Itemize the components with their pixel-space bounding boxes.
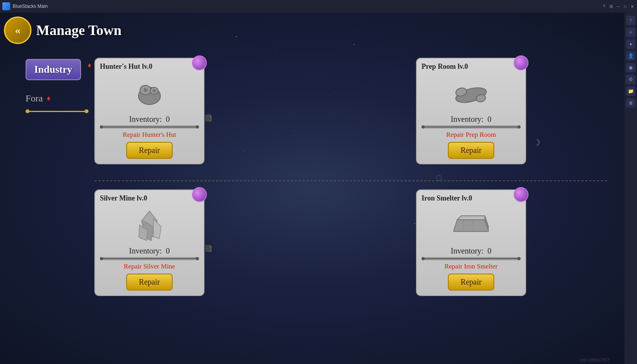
iron-smelter-inventory: Inventory: 0 (417, 246, 525, 256)
svg-point-4 (153, 89, 156, 92)
prep-room-header: Prep Room lv.0 (417, 59, 525, 73)
section-divider (94, 180, 607, 181)
iron-smelter-title: Iron Smelter lv.0 (422, 194, 472, 202)
menu-btn[interactable]: ☰ (608, 3, 614, 9)
hunters-hut-repair-button[interactable]: Repair (126, 142, 172, 159)
dot-decoration: • (414, 221, 415, 227)
window-controls: ? ☰ ─ □ ✕ (601, 3, 635, 9)
fora-slider[interactable] (26, 109, 88, 114)
hunters-hut-repair-text: Repair Hunter's Hut (95, 131, 204, 139)
hunters-hut-inventory: Inventory: 0 (95, 115, 204, 124)
svg-marker-12 (453, 220, 489, 232)
hunters-hut-image (132, 76, 167, 112)
silver-mine-repair-text: Repair Silver Mine (95, 263, 204, 270)
game-area: « Manage Town Industry ♦ Fora ♦ Hunter's… (0, 13, 624, 364)
slider-right-dot (85, 109, 88, 113)
prep-room-repair-text: Repair Prep Room (417, 131, 525, 139)
silver-mine-gem (192, 187, 207, 202)
silver-mine-header: Silver Mine lv.0 (95, 190, 204, 205)
hunters-hut-gem (192, 55, 207, 70)
sidebar-icon-5[interactable]: ◉ (626, 63, 635, 72)
close-btn[interactable]: ✕ (629, 3, 635, 9)
bottom-arrow-connector: ❯❯❯❯❯❯❯❯❯❯❯❯❯❯❯❯❯❯❯❯❯❯❯❯❯❯❯ (205, 245, 208, 252)
hunters-hut-slider[interactable] (100, 125, 199, 129)
back-arrows-icon: « (15, 24, 20, 37)
prep-room-inventory: Inventory: 0 (417, 115, 525, 124)
sidebar-icon-3[interactable]: ♦ (626, 39, 635, 49)
fora-label: Fora (26, 93, 43, 104)
iron-smelter-header: Iron Smelter lv.0 (417, 190, 525, 205)
right-sidebar: ? ≡ ♦ 👤 ◉ ⚙ 📁 🖥 (624, 13, 637, 364)
svg-marker-13 (457, 216, 485, 220)
svg-point-3 (144, 88, 147, 92)
sidebar-icon-6[interactable]: ⚙ (626, 75, 635, 84)
minimize-btn[interactable]: ─ (615, 3, 621, 9)
stars-decoration (0, 13, 624, 364)
fora-diamond-icon: ♦ (47, 94, 50, 103)
watermark: UID:1090017517 (580, 358, 609, 362)
iron-smelter-repair-text: Repair Iron Smelter (417, 263, 525, 270)
app-icon (2, 2, 10, 10)
top-arrow-connector: ❯❯❯❯❯❯❯❯❯❯❯❯❯❯❯❯❯❯❯❯❯❯❯❯❯❯❯ (205, 114, 208, 122)
window-chrome: BlueStacks Main ? ☰ ─ □ ✕ (0, 0, 637, 13)
sidebar-icon-1[interactable]: ? (626, 16, 635, 25)
silver-mine-title: Silver Mine lv.0 (100, 194, 147, 202)
iron-smelter-image (453, 208, 489, 243)
iron-smelter-gem (514, 187, 528, 202)
industry-diamond-icon: ♦ (88, 61, 91, 70)
back-button[interactable]: « (4, 17, 31, 44)
title-bar: « Manage Town (4, 17, 122, 44)
silver-mine-repair-button[interactable]: Repair (126, 274, 172, 290)
moon-decoration-2: ◌ (436, 173, 442, 182)
prep-room-slider[interactable] (422, 125, 521, 129)
page-title: Manage Town (36, 22, 122, 39)
slider-line (26, 111, 88, 112)
silver-mine-image (132, 208, 167, 243)
iron-smelter-repair-button[interactable]: Repair (448, 274, 494, 290)
fora-section: Fora ♦ (26, 93, 50, 104)
prep-room-gem (514, 55, 528, 70)
prep-room-repair-button[interactable]: Repair (448, 142, 494, 159)
silver-mine-card: Silver Mine lv.0 Inventory: 0 Repair Sil… (94, 189, 204, 296)
sidebar-icon-7[interactable]: 📁 (626, 86, 635, 96)
prep-room-card: Prep Room lv.0 Inventory: 0 Repair Prep … (416, 58, 526, 164)
sidebar-icon-4[interactable]: 👤 (626, 51, 635, 61)
sidebar-icon-2[interactable]: ≡ (626, 28, 635, 37)
prep-room-title: Prep Room lv.0 (422, 63, 468, 71)
industry-tab-button[interactable]: Industry (26, 59, 81, 80)
help-btn[interactable]: ? (601, 3, 607, 9)
hunters-hut-header: Hunter's Hut lv.0 (95, 59, 204, 73)
hunters-hut-card: Hunter's Hut lv.0 Inventory: 0 Repair Hu… (94, 58, 204, 164)
prep-room-image (453, 76, 489, 112)
hunters-hut-title: Hunter's Hut lv.0 (100, 63, 153, 71)
slider-left-dot (26, 109, 29, 113)
moon-decoration: ☽ (533, 138, 541, 148)
iron-smelter-slider[interactable] (422, 257, 521, 260)
window-title: BlueStacks Main (13, 4, 601, 9)
maximize-btn[interactable]: □ (622, 3, 628, 9)
sidebar-icon-8[interactable]: 🖥 (626, 98, 635, 108)
silver-mine-inventory: Inventory: 0 (95, 246, 204, 256)
iron-smelter-card: Iron Smelter lv.0 Inventory: 0 Repair Ir… (416, 189, 526, 296)
silver-mine-slider[interactable] (100, 257, 199, 260)
